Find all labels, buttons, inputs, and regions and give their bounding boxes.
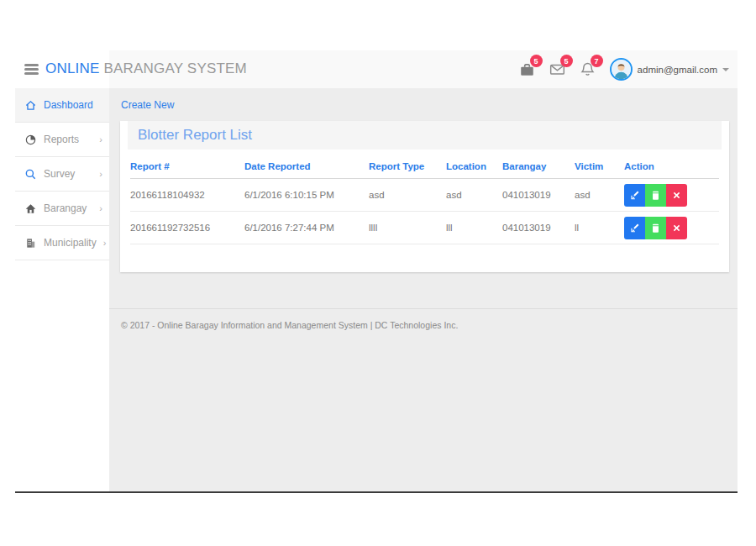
tasks-badge: 5: [530, 55, 543, 67]
edit-button[interactable]: [624, 184, 645, 207]
cell-date-reported: 6/1/2016 7:27:44 PM: [244, 212, 369, 244]
blotter-table: Report # Date Reported Report Type Locat…: [130, 157, 719, 244]
sidebar-item-label: Barangay: [44, 202, 87, 214]
action-button-group: [624, 184, 687, 207]
user-menu[interactable]: admin@gmail.com: [610, 58, 729, 81]
tasks-menu[interactable]: 5: [519, 61, 535, 77]
sidebar-item-label: Dashboard: [44, 99, 93, 111]
blotter-report-panel: Blotter Report List Report # Date Report…: [120, 121, 729, 272]
user-email: admin@gmail.com: [638, 65, 717, 75]
home-icon: [24, 99, 37, 112]
app-window: ONLINE BARANGAY SYSTEM 5 5: [15, 50, 738, 493]
cell-victim: ll: [575, 212, 624, 244]
cell-barangay: 041013019: [502, 179, 575, 212]
sidebar: Dashboard Reports › Survey ›: [15, 88, 109, 491]
chevron-down-icon: [722, 68, 729, 71]
x-icon: [673, 192, 680, 199]
app-title-highlight: ONLINE: [45, 60, 100, 76]
main-content: Create New Blotter Report List Report # …: [109, 88, 738, 491]
view-button[interactable]: [645, 184, 666, 207]
top-bar-right: 5 5 7: [519, 50, 729, 88]
alerts-badge: 7: [591, 55, 603, 67]
alerts-menu[interactable]: 7: [580, 61, 596, 77]
sidebar-item-reports[interactable]: Reports ›: [15, 123, 109, 157]
create-new-link[interactable]: Create New: [121, 99, 174, 111]
table-header-row: Report # Date Reported Report Type Locat…: [130, 157, 719, 179]
cell-report-no: 201661192732516: [130, 212, 244, 244]
sidebar-item-label: Survey: [44, 168, 75, 180]
pencil-icon: [629, 223, 640, 234]
chevron-right-icon: ›: [99, 170, 102, 179]
cell-actions: [624, 212, 719, 244]
building-icon: [24, 237, 37, 249]
panel-title: Blotter Report List: [138, 127, 252, 143]
house-icon: [24, 202, 37, 215]
footer-copyright: © 2017 - Online Baragay Information and …: [109, 309, 738, 330]
col-barangay: Barangay: [502, 157, 575, 179]
action-button-group: [624, 217, 687, 239]
col-report-type: Report Type: [369, 157, 446, 179]
cell-location: asd: [446, 179, 502, 212]
table-row: 201661192732516 6/1/2016 7:27:44 PM llll…: [130, 212, 719, 244]
panel-heading: Blotter Report List: [128, 121, 722, 150]
pie-chart-icon: [24, 134, 37, 146]
delete-button[interactable]: [666, 184, 687, 207]
cell-report-type: asd: [369, 179, 446, 212]
top-bar: ONLINE BARANGAY SYSTEM 5 5: [15, 50, 738, 88]
cell-actions: [624, 179, 719, 212]
app-title: ONLINE BARANGAY SYSTEM: [45, 60, 247, 77]
col-location: Location: [446, 157, 502, 179]
pencil-icon: [629, 190, 640, 201]
col-victim: Victim: [575, 157, 624, 179]
search-icon: [24, 168, 37, 181]
view-button[interactable]: [645, 217, 666, 239]
menu-toggle-icon[interactable]: [24, 64, 39, 76]
sidebar-item-dashboard[interactable]: Dashboard: [15, 88, 109, 123]
page: ONLINE BARANGAY SYSTEM 5 5: [0, 0, 756, 546]
col-action: Action: [624, 157, 719, 179]
sidebar-item-label: Reports: [44, 134, 79, 145]
col-date-reported: Date Reported: [244, 157, 369, 179]
sidebar-item-barangay[interactable]: Barangay ›: [15, 192, 109, 226]
book-icon: [650, 223, 661, 234]
table-row: 20166118104932 6/1/2016 6:10:15 PM asd a…: [130, 179, 719, 212]
cell-report-no: 20166118104932: [130, 179, 244, 212]
blotter-table-wrap: Report # Date Reported Report Type Locat…: [120, 157, 729, 244]
edit-button[interactable]: [624, 217, 645, 239]
col-report-no: Report #: [130, 157, 244, 179]
cell-victim: asd: [575, 179, 624, 212]
cell-date-reported: 6/1/2016 6:10:15 PM: [244, 179, 369, 212]
chevron-right-icon: ›: [103, 239, 107, 248]
app-title-rest: BARANGAY SYSTEM: [100, 60, 247, 76]
delete-button[interactable]: [666, 217, 687, 239]
cell-barangay: 041013019: [502, 212, 575, 244]
messages-badge: 5: [560, 55, 573, 67]
app-body: Dashboard Reports › Survey ›: [15, 88, 738, 491]
chevron-right-icon: ›: [99, 135, 102, 144]
sidebar-item-label: Municipality: [44, 237, 97, 249]
cell-location: lll: [446, 212, 502, 244]
sidebar-item-survey[interactable]: Survey ›: [15, 157, 109, 192]
x-icon: [673, 224, 680, 232]
avatar: [610, 58, 633, 81]
sidebar-item-municipality[interactable]: Municipality ›: [15, 226, 109, 260]
window-bottom-edge: [15, 491, 738, 493]
chevron-right-icon: ›: [99, 204, 102, 213]
book-icon: [650, 190, 661, 201]
messages-menu[interactable]: 5: [549, 61, 565, 77]
cell-report-type: llll: [369, 212, 446, 244]
